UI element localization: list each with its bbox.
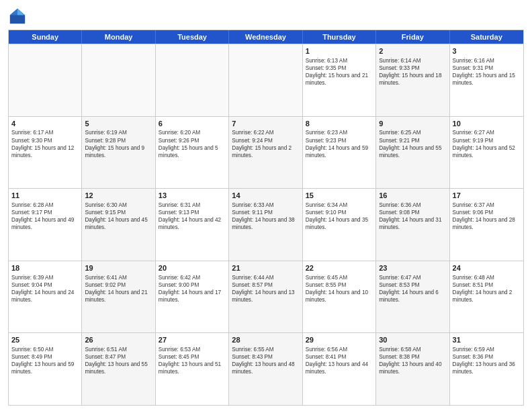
- header-day-wednesday: Wednesday: [229, 30, 302, 44]
- page-header: [8, 7, 524, 26]
- svg-marker-1: [17, 9, 25, 15]
- logo-icon: [8, 7, 27, 26]
- day-number: 26: [85, 335, 152, 345]
- cal-cell: 14Sunrise: 6:33 AMSunset: 9:11 PMDayligh…: [229, 189, 302, 261]
- cal-cell: 25Sunrise: 6:50 AMSunset: 8:49 PMDayligh…: [9, 333, 82, 405]
- cell-info: Sunrise: 6:37 AMSunset: 9:06 PMDaylight:…: [453, 201, 521, 231]
- cell-info: Sunrise: 6:58 AMSunset: 8:38 PMDaylight:…: [379, 346, 446, 375]
- cell-info: Sunrise: 6:39 AMSunset: 9:04 PMDaylight:…: [11, 274, 79, 304]
- day-number: 30: [379, 335, 446, 345]
- calendar-header: SundayMondayTuesdayWednesdayThursdayFrid…: [9, 30, 523, 44]
- week-row-2: 4Sunrise: 6:17 AMSunset: 9:30 PMDaylight…: [9, 116, 523, 189]
- cell-info: Sunrise: 6:27 AMSunset: 9:19 PMDaylight:…: [453, 129, 521, 158]
- header-day-thursday: Thursday: [303, 30, 376, 44]
- day-number: 13: [159, 191, 226, 201]
- cal-cell: 28Sunrise: 6:55 AMSunset: 8:43 PMDayligh…: [229, 333, 302, 405]
- cal-cell: 2Sunrise: 6:14 AMSunset: 9:33 PMDaylight…: [376, 44, 449, 116]
- cell-info: Sunrise: 6:55 AMSunset: 8:43 PMDaylight:…: [232, 346, 299, 375]
- cell-info: Sunrise: 6:48 AMSunset: 8:51 PMDaylight:…: [453, 274, 521, 304]
- cal-cell: [82, 44, 155, 116]
- cal-cell: 4Sunrise: 6:17 AMSunset: 9:30 PMDaylight…: [9, 117, 82, 189]
- calendar-body: 1Sunrise: 6:13 AMSunset: 9:35 PMDaylight…: [9, 44, 523, 405]
- cal-cell: 16Sunrise: 6:36 AMSunset: 9:08 PMDayligh…: [376, 189, 449, 261]
- cal-cell: 6Sunrise: 6:20 AMSunset: 9:26 PMDaylight…: [156, 117, 229, 189]
- cell-info: Sunrise: 6:42 AMSunset: 9:00 PMDaylight:…: [159, 274, 226, 304]
- day-number: 14: [232, 191, 299, 201]
- day-number: 18: [11, 263, 79, 273]
- cal-cell: 23Sunrise: 6:47 AMSunset: 8:53 PMDayligh…: [376, 261, 449, 333]
- day-number: 17: [453, 191, 521, 201]
- cal-cell: 8Sunrise: 6:23 AMSunset: 9:23 PMDaylight…: [303, 117, 376, 189]
- cal-cell: 10Sunrise: 6:27 AMSunset: 9:19 PMDayligh…: [450, 117, 523, 189]
- header-day-sunday: Sunday: [9, 30, 82, 44]
- week-row-4: 18Sunrise: 6:39 AMSunset: 9:04 PMDayligh…: [9, 261, 523, 333]
- cell-info: Sunrise: 6:25 AMSunset: 9:21 PMDaylight:…: [379, 129, 446, 158]
- week-row-1: 1Sunrise: 6:13 AMSunset: 9:35 PMDaylight…: [9, 44, 523, 116]
- cal-cell: 19Sunrise: 6:41 AMSunset: 9:02 PMDayligh…: [82, 261, 155, 333]
- cell-info: Sunrise: 6:45 AMSunset: 8:55 PMDaylight:…: [306, 274, 373, 304]
- day-number: 15: [306, 191, 373, 201]
- cal-cell: [156, 44, 229, 116]
- logo: [8, 7, 30, 26]
- day-number: 21: [232, 263, 299, 273]
- cell-info: Sunrise: 6:19 AMSunset: 9:28 PMDaylight:…: [85, 129, 152, 158]
- cell-info: Sunrise: 6:16 AMSunset: 9:31 PMDaylight:…: [453, 57, 521, 87]
- day-number: 1: [306, 46, 373, 56]
- cell-info: Sunrise: 6:14 AMSunset: 9:33 PMDaylight:…: [379, 57, 446, 87]
- header-day-monday: Monday: [82, 30, 155, 44]
- day-number: 7: [232, 119, 299, 129]
- cell-info: Sunrise: 6:59 AMSunset: 8:36 PMDaylight:…: [453, 346, 521, 375]
- cal-cell: 11Sunrise: 6:28 AMSunset: 9:17 PMDayligh…: [9, 189, 82, 261]
- cal-cell: 18Sunrise: 6:39 AMSunset: 9:04 PMDayligh…: [9, 261, 82, 333]
- cal-cell: 24Sunrise: 6:48 AMSunset: 8:51 PMDayligh…: [450, 261, 523, 333]
- day-number: 4: [11, 119, 79, 129]
- day-number: 6: [159, 119, 226, 129]
- cell-info: Sunrise: 6:23 AMSunset: 9:23 PMDaylight:…: [306, 129, 373, 158]
- week-row-5: 25Sunrise: 6:50 AMSunset: 8:49 PMDayligh…: [9, 332, 523, 405]
- cell-info: Sunrise: 6:13 AMSunset: 9:35 PMDaylight:…: [306, 57, 373, 87]
- header-day-friday: Friday: [376, 30, 449, 44]
- day-number: 22: [306, 263, 373, 273]
- day-number: 29: [306, 335, 373, 345]
- cal-cell: 27Sunrise: 6:53 AMSunset: 8:45 PMDayligh…: [156, 333, 229, 405]
- cell-info: Sunrise: 6:34 AMSunset: 9:10 PMDaylight:…: [306, 201, 373, 231]
- page-container: SundayMondayTuesdayWednesdayThursdayFrid…: [0, 0, 532, 411]
- cal-cell: 20Sunrise: 6:42 AMSunset: 9:00 PMDayligh…: [156, 261, 229, 333]
- cell-info: Sunrise: 6:31 AMSunset: 9:13 PMDaylight:…: [159, 201, 226, 231]
- cal-cell: [229, 44, 302, 116]
- cal-cell: 30Sunrise: 6:58 AMSunset: 8:38 PMDayligh…: [376, 333, 449, 405]
- cal-cell: 15Sunrise: 6:34 AMSunset: 9:10 PMDayligh…: [303, 189, 376, 261]
- day-number: 9: [379, 119, 446, 129]
- cell-info: Sunrise: 6:22 AMSunset: 9:24 PMDaylight:…: [232, 129, 299, 158]
- cal-cell: 9Sunrise: 6:25 AMSunset: 9:21 PMDaylight…: [376, 117, 449, 189]
- cal-cell: 13Sunrise: 6:31 AMSunset: 9:13 PMDayligh…: [156, 189, 229, 261]
- cell-info: Sunrise: 6:44 AMSunset: 8:57 PMDaylight:…: [232, 274, 299, 304]
- day-number: 28: [232, 335, 299, 345]
- header-day-tuesday: Tuesday: [156, 30, 229, 44]
- cal-cell: 29Sunrise: 6:56 AMSunset: 8:41 PMDayligh…: [303, 333, 376, 405]
- day-number: 8: [306, 119, 373, 129]
- day-number: 11: [11, 191, 79, 201]
- cell-info: Sunrise: 6:30 AMSunset: 9:15 PMDaylight:…: [85, 201, 152, 231]
- cal-cell: 31Sunrise: 6:59 AMSunset: 8:36 PMDayligh…: [450, 333, 523, 405]
- cal-cell: 1Sunrise: 6:13 AMSunset: 9:35 PMDaylight…: [303, 44, 376, 116]
- cell-info: Sunrise: 6:53 AMSunset: 8:45 PMDaylight:…: [159, 346, 226, 375]
- day-number: 3: [453, 46, 521, 56]
- day-number: 16: [379, 191, 446, 201]
- cell-info: Sunrise: 6:50 AMSunset: 8:49 PMDaylight:…: [11, 346, 79, 375]
- cal-cell: 7Sunrise: 6:22 AMSunset: 9:24 PMDaylight…: [229, 117, 302, 189]
- cell-info: Sunrise: 6:51 AMSunset: 8:47 PMDaylight:…: [85, 346, 152, 375]
- cal-cell: 26Sunrise: 6:51 AMSunset: 8:47 PMDayligh…: [82, 333, 155, 405]
- day-number: 27: [159, 335, 226, 345]
- cal-cell: 21Sunrise: 6:44 AMSunset: 8:57 PMDayligh…: [229, 261, 302, 333]
- svg-marker-2: [10, 9, 17, 15]
- week-row-3: 11Sunrise: 6:28 AMSunset: 9:17 PMDayligh…: [9, 188, 523, 261]
- day-number: 23: [379, 263, 446, 273]
- day-number: 24: [453, 263, 521, 273]
- day-number: 25: [11, 335, 79, 345]
- day-number: 31: [453, 335, 521, 345]
- cell-info: Sunrise: 6:36 AMSunset: 9:08 PMDaylight:…: [379, 201, 446, 231]
- cal-cell: 17Sunrise: 6:37 AMSunset: 9:06 PMDayligh…: [450, 189, 523, 261]
- cal-cell: 22Sunrise: 6:45 AMSunset: 8:55 PMDayligh…: [303, 261, 376, 333]
- cell-info: Sunrise: 6:41 AMSunset: 9:02 PMDaylight:…: [85, 274, 152, 304]
